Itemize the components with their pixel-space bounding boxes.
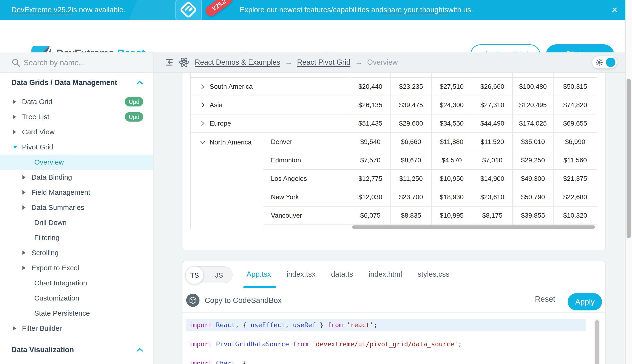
value-cell: $18,930 <box>431 188 472 206</box>
theme-toggle-knob[interactable] <box>606 58 615 67</box>
sidebar-item-export-to-excel[interactable]: Export to Excel <box>0 260 154 276</box>
value-cell: $11,520 <box>472 133 513 151</box>
chevron-right-icon[interactable] <box>200 120 206 126</box>
value-cell: $50,315 <box>553 78 597 96</box>
language-option-ts[interactable]: TS <box>185 266 204 284</box>
code-file-tabs: App.tsxindex.tsxdata.tsindex.htmlstyles.… <box>247 261 449 288</box>
value-cell: $50,790 <box>513 188 553 206</box>
triangle-right-icon[interactable] <box>23 205 29 210</box>
sidebar-item-data-grid[interactable]: Data GridUpd <box>0 94 154 109</box>
promo-banner: DevExtreme v25.2 is now available. V25.2… <box>0 0 625 20</box>
sidebar-item-filtering[interactable]: Filtering <box>0 230 154 245</box>
code-token: Chart <box>216 360 235 364</box>
sidebar-item-data-summaries[interactable]: Data Summaries <box>0 200 154 215</box>
sidebar-item-state-persistence[interactable]: State Persistence <box>0 306 154 321</box>
copy-to-codesandbox-button[interactable]: Copy to CodeSandBox <box>186 294 282 307</box>
row-header-europe[interactable]: Europe <box>190 114 350 133</box>
updated-badge: Upd <box>125 112 143 122</box>
language-toggle[interactable]: TS JS <box>185 266 233 283</box>
tab-data-ts[interactable]: data.ts <box>331 270 353 278</box>
breadcrumb-link-pivot-grid[interactable]: React Pivot Grid <box>297 58 350 66</box>
triangle-right-icon[interactable] <box>13 326 19 330</box>
sidebar-item-label: Data Binding <box>32 173 72 181</box>
sidebar-item-drill-down[interactable]: Drill Down <box>0 215 154 230</box>
row-header-denver[interactable]: Denver <box>263 133 350 151</box>
row-header-north-america[interactable]: North America <box>190 133 263 229</box>
sidebar-item-label: Tree List <box>22 113 49 121</box>
row-header-new-york[interactable]: New York <box>263 188 350 206</box>
value-cell: $22,680 <box>553 188 597 206</box>
chevron-down-icon[interactable] <box>200 139 206 146</box>
value-cell: $23,610 <box>472 188 513 206</box>
sidebar-item-chart-integration[interactable]: Chart Integration <box>0 276 154 290</box>
triangle-right-icon[interactable] <box>23 190 29 194</box>
sidebar-item-overview[interactable]: Overview <box>0 154 154 170</box>
banner-version-link[interactable]: DevExtreme v25.2 <box>11 6 72 14</box>
apply-button[interactable]: Apply <box>568 293 602 310</box>
tab-index-tsx[interactable]: index.tsx <box>286 270 315 278</box>
theme-toggle[interactable] <box>592 56 617 68</box>
row-header-los-angeles[interactable]: Los Angeles <box>263 170 350 188</box>
triangle-down-icon[interactable] <box>13 146 19 149</box>
value-cell: $23,700 <box>391 188 431 206</box>
page-scrollbar[interactable] <box>626 78 630 238</box>
row-header-vancouver[interactable]: Vancouver <box>263 206 350 225</box>
sidebar-item-card-view[interactable]: Card View <box>0 124 154 140</box>
row-header-asia[interactable]: Asia <box>190 96 350 114</box>
triangle-right-icon[interactable] <box>23 175 29 180</box>
value-cell: $39,855 <box>513 206 553 225</box>
code-scrollbar[interactable] <box>595 320 599 364</box>
sidebar-item-filter-builder[interactable]: Filter Builder <box>0 321 154 336</box>
code-token: import <box>189 360 216 364</box>
tab-app-tsx[interactable]: App.tsx <box>247 270 271 278</box>
region-label: Europe <box>210 120 231 127</box>
triangle-right-icon[interactable] <box>23 266 29 270</box>
code-token: ; <box>458 340 462 348</box>
breadcrumb-link-demos[interactable]: React Demos & Examples <box>195 58 280 66</box>
search-input[interactable] <box>24 56 125 69</box>
close-icon[interactable]: ✕ <box>607 0 621 20</box>
triangle-right-icon[interactable] <box>23 251 29 255</box>
pivot-horizontal-scrollbar[interactable] <box>352 226 595 229</box>
row-header-edmonton[interactable]: Edmonton <box>263 151 350 170</box>
version-badge: V25.2 <box>203 0 235 18</box>
code-editor[interactable]: import React, { useEffect, useRef } from… <box>182 312 605 364</box>
value-cell: $11,880 <box>431 133 472 151</box>
code-token: import <box>189 340 216 348</box>
sidebar-item-tree-list[interactable]: Tree ListUpd <box>0 109 154 124</box>
row-header-south-america[interactable]: South America <box>190 78 350 96</box>
pivot-row-south-america: South America$20,440$23,235$27,510$26,66… <box>190 78 597 96</box>
language-option-js[interactable]: JS <box>206 267 232 284</box>
share-thoughts-link[interactable]: share your thoughts <box>383 6 448 14</box>
value-cell: $11,560 <box>553 151 597 170</box>
triangle-right-icon[interactable] <box>13 100 19 104</box>
sidebar-item-data-binding[interactable]: Data Binding <box>0 170 154 185</box>
sidebar-item-field-management[interactable]: Field Management <box>0 185 154 200</box>
value-cell: $10,950 <box>431 170 472 188</box>
value-cell: $9,540 <box>350 133 391 151</box>
chevron-right-icon[interactable] <box>200 84 206 90</box>
sidebar-item-label: Export to Excel <box>32 264 79 272</box>
banner-version-text: DevExtreme v25.2 is now available. <box>11 0 125 20</box>
sidebar-item-label: Scrolling <box>32 249 59 257</box>
code-token: from <box>293 340 312 348</box>
sidebar-item-scrolling[interactable]: Scrolling <box>0 245 154 260</box>
triangle-right-icon[interactable] <box>13 115 19 119</box>
breadcrumb: React Demos & Examples → React Pivot Gri… <box>165 52 398 72</box>
sidebar-section-data-grids[interactable]: Data Grids / Data Management <box>0 75 154 90</box>
sidebar-item-label: Overview <box>34 158 64 166</box>
tab-styles-css[interactable]: styles.css <box>418 270 449 278</box>
code-token: React <box>216 321 235 328</box>
code-line: import Chart, { <box>186 358 586 364</box>
sidebar-section-data-visualization[interactable]: Data Visualization <box>0 342 154 358</box>
code-token: import <box>189 321 216 328</box>
sidebar-item-customization[interactable]: Customization <box>0 290 154 306</box>
tab-index-html[interactable]: index.html <box>369 270 402 278</box>
chevron-right-icon[interactable] <box>200 102 206 108</box>
triangle-right-icon[interactable] <box>13 130 19 134</box>
sidebar-item-pivot-grid[interactable]: Pivot Grid <box>0 140 154 154</box>
sidebar-item-label: Filter Builder <box>22 324 62 332</box>
code-token: , { <box>235 321 251 328</box>
reset-button[interactable]: Reset <box>535 294 558 306</box>
collapse-sidebar-icon[interactable] <box>165 58 173 66</box>
